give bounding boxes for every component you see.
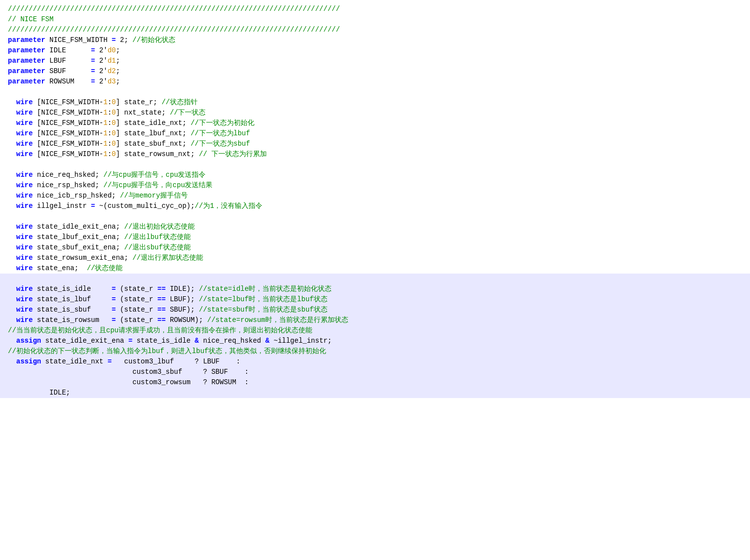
line-assign-state-idle-nxt-4: IDLE; (0, 388, 750, 398)
number2: 0 (112, 149, 116, 160)
range3: ] state_r; (116, 97, 161, 108)
range2: : (108, 149, 112, 160)
comment: //下一状态为sbuf (191, 139, 250, 149)
range: [NICE_FSM_WIDTH- (33, 149, 103, 160)
comment: //下一状态为初始化 (191, 118, 254, 128)
line-wire-state-sbuf-nxt: wire [NICE_FSM_WIDTH-1:0] state_sbuf_nxt… (0, 139, 750, 149)
indent-space (8, 388, 49, 398)
line-divider-1: ////////////////////////////////////////… (0, 4, 750, 14)
line-comment-idle-nxt: //初始化状态的下一状态判断，当输入指令为lbuf，则进入lbuf状态，其他类似… (0, 346, 750, 357)
operator-eq2: == (157, 294, 166, 305)
number2: 0 (112, 139, 116, 149)
comment: //与cpu握手信号，cpu发送指令 (103, 170, 206, 180)
comment: //状态指针 (162, 97, 198, 108)
number: d1 (108, 56, 116, 66)
value: custom3_rowsum (132, 377, 203, 388)
keyword-wire: wire (8, 128, 33, 139)
comment: //state=lbuf时，当前状态是lbuf状态 (199, 294, 328, 305)
line-divider-2: ////////////////////////////////////////… (0, 25, 750, 35)
indent-space (8, 367, 132, 377)
operator-eq: = (91, 45, 95, 56)
line-wire-nxt-state: wire [NICE_FSM_WIDTH-1:0] nxt_state; //下… (0, 108, 750, 118)
value: state_is_idle (132, 336, 195, 346)
identifier: state_sbuf_exit_ena; (33, 242, 124, 253)
keyword-wire: wire (8, 284, 33, 294)
value: IDLE; (49, 388, 70, 398)
identifier: state_is_rowsum (33, 315, 112, 325)
line-nice-fsm-comment: // NICE FSM (0, 14, 750, 25)
identifier: NICE_FSM_WIDTH (45, 35, 112, 45)
operator-eq: = (91, 56, 95, 66)
comment: //状态使能 (87, 263, 123, 274)
number2: 0 (112, 118, 116, 128)
operator-eq: = (112, 315, 116, 325)
range: [NICE_FSM_WIDTH- (33, 97, 103, 108)
line-wire-state-rowsum-nxt: wire [NICE_FSM_WIDTH-1:0] state_rowsum_n… (0, 149, 750, 160)
comment: //初始化状态 (132, 35, 175, 45)
operator-eq2: == (157, 305, 166, 315)
range3: ] nxt_state; (116, 108, 169, 118)
keyword-assign: assign (8, 357, 41, 367)
operator-eq: = (112, 305, 116, 315)
paren-open: (state_r (116, 305, 157, 315)
line-wire-nice-rsp-hsked: wire nice_rsp_hsked; //与cpu握手信号，向cpu发送结果 (0, 180, 750, 191)
operator-eq: = (108, 357, 112, 367)
keyword-wire: wire (8, 201, 33, 211)
line-blank-4 (0, 274, 750, 284)
comment: //下一状态 (170, 108, 206, 118)
identifier: nice_req_hsked; (33, 170, 103, 180)
line-wire-state-is-rowsum: wire state_is_rowsum = (state_r == ROWSU… (0, 315, 750, 325)
identifier: state_idle_nxt (41, 357, 107, 367)
keyword-wire: wire (8, 242, 33, 253)
keyword-parameter: parameter (8, 35, 45, 45)
value: 2' (95, 45, 107, 56)
number: 1 (103, 108, 107, 118)
keyword-parameter: parameter (8, 66, 45, 77)
identifier: state_rowsum_exit_ena; (33, 253, 132, 263)
number: d3 (108, 77, 116, 87)
keyword-wire: wire (8, 108, 33, 118)
semicolon: ; (116, 66, 120, 77)
comment-text: // NICE FSM (8, 14, 53, 25)
identifier: state_idle_exit_ena (41, 336, 128, 346)
keyword-wire: wire (8, 315, 33, 325)
identifier: IDLE (45, 45, 91, 56)
identifier: state_ena; (33, 263, 86, 274)
identifier: nice_rsp_hsked; (33, 180, 103, 191)
line-assign-state-idle-exit-ena: assign state_idle_exit_ena = state_is_id… (0, 336, 750, 346)
keyword-assign: assign (8, 336, 41, 346)
range3: ] state_lbuf_nxt; (116, 128, 190, 139)
comment: //为1，没有输入指令 (195, 201, 262, 211)
identifier: state_is_lbuf (33, 294, 112, 305)
range: [NICE_FSM_WIDTH- (33, 139, 103, 149)
value: 2; (116, 35, 132, 45)
value: IDLE); (166, 284, 199, 294)
semicolon: ; (116, 45, 120, 56)
ternary-val: LBUF : (203, 357, 241, 367)
number: d2 (108, 66, 116, 77)
range3: ] state_idle_nxt; (116, 118, 190, 128)
line-wire-state-is-lbuf: wire state_is_lbuf = (state_r == LBUF); … (0, 294, 750, 305)
ternary-q: ? (195, 357, 203, 367)
line-param-sbuf: parameter SBUF = 2'd2; (0, 66, 750, 77)
identifier: nice_icb_rsp_hsked; (33, 191, 120, 201)
ternary-val: ROWSUM : (211, 377, 249, 388)
operator-eq: = (91, 77, 95, 87)
operator-eq: = (128, 336, 132, 346)
code-editor: ////////////////////////////////////////… (0, 0, 750, 560)
comment-text: ////////////////////////////////////////… (8, 25, 340, 35)
range2: : (108, 97, 112, 108)
keyword-wire: wire (8, 263, 33, 274)
line-wire-state-sbuf-exit-ena: wire state_sbuf_exit_ena; //退出sbuf状态使能 (0, 242, 750, 253)
identifier: state_idle_exit_ena; (33, 222, 124, 232)
keyword-wire: wire (8, 191, 33, 201)
comment: //state=idle时，当前状态是初始化状态 (199, 284, 332, 294)
number: d0 (108, 45, 116, 56)
line-param-lbuf: parameter LBUF = 2'd1; (0, 56, 750, 66)
line-wire-illgel-instr: wire illgel_instr = ~(custom_multi_cyc_o… (0, 201, 750, 211)
line-comment-state-idle-exit: //当当前状态是初始化状态，且cpu请求握手成功，且当前没有指令在操作，则退出初… (0, 325, 750, 336)
keyword-wire: wire (8, 253, 33, 263)
keyword-wire: wire (8, 294, 33, 305)
comment: //退出初始化状态使能 (124, 222, 195, 232)
range3: ] state_rowsum_nxt; (116, 149, 199, 160)
